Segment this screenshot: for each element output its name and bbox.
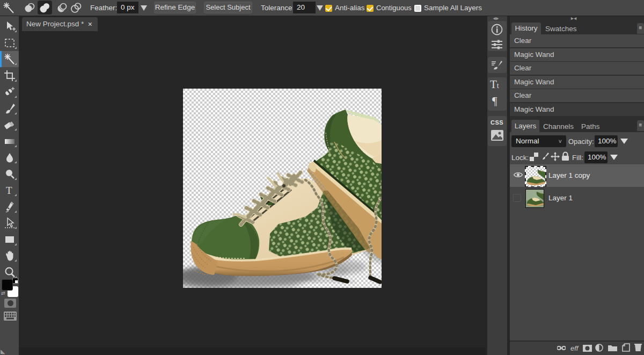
svg-text:T: T [6,185,12,196]
